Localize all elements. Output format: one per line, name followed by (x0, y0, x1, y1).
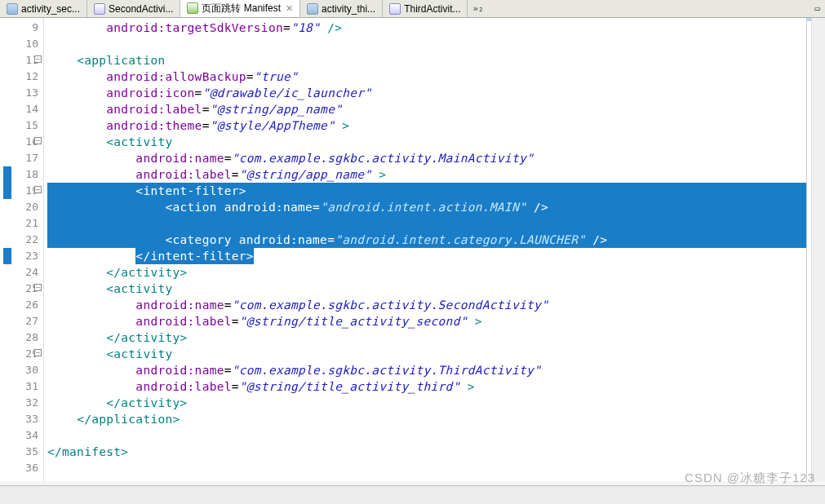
tab-label: 页面跳转 Manifest (202, 2, 281, 15)
line-number: 15 (0, 117, 38, 134)
token-eq: = (232, 168, 239, 181)
code-line[interactable]: </activity> (47, 329, 806, 346)
code-line[interactable]: android:label="@string/app_name" > (47, 166, 806, 183)
token-tag: </activity> (106, 396, 187, 409)
close-icon[interactable]: ✕ (286, 3, 293, 14)
code-line[interactable]: </application> (47, 411, 806, 427)
code-line[interactable]: android:name="com.example.sgkbc.activity… (47, 150, 806, 166)
token-str: "@style/AppTheme" (210, 119, 335, 132)
token-attr: android:name (224, 201, 313, 214)
vertical-scrollbar[interactable] (811, 18, 825, 481)
code-line[interactable]: android:name="com.example.sgkbc.activity… (47, 362, 806, 378)
token-str: "@string/title_activity_third" (239, 380, 460, 393)
code-line[interactable]: android:icon="@drawable/ic_launcher" (47, 85, 806, 101)
line-number: 36 (0, 460, 38, 476)
bottom-tabs[interactable] (0, 485, 825, 504)
fold-toggle-icon[interactable]: − (34, 186, 42, 193)
editor-tab[interactable]: ThirdActivit... (383, 0, 468, 17)
code-line[interactable]: <category android:name="android.intent.c… (47, 232, 806, 248)
code-editor[interactable]: 91011−1213141516−171819−202122232425−262… (0, 18, 825, 481)
code-line[interactable]: android:name="com.example.sgkbc.activity… (47, 297, 806, 313)
code-line[interactable]: <activity (47, 281, 806, 297)
token-eq: = (327, 233, 335, 246)
line-number: 30 (0, 362, 38, 378)
line-number: 34 (0, 427, 38, 444)
code-line[interactable] (47, 36, 806, 52)
code-area[interactable]: android:targetSdkVersion="18" /> <applic… (44, 18, 806, 481)
token-str: "com.example.sgkbc.activity.SecondActivi… (232, 298, 548, 312)
token-tag: <category (165, 233, 238, 246)
code-line[interactable]: android:targetSdkVersion="18" /> (47, 20, 806, 36)
token-str: "18" (291, 21, 320, 34)
file-icon (389, 3, 401, 15)
tab-label: activity_sec... (21, 3, 80, 15)
token-tag: </activity> (106, 331, 187, 344)
maximize-icon[interactable]: ▭ (809, 0, 825, 17)
token-attr: android:icon (106, 86, 194, 99)
token-attr: android:targetSdkVersion (106, 21, 283, 34)
line-number: 21 (0, 215, 38, 232)
editor-tab[interactable]: activity_sec... (0, 0, 87, 17)
token-tag: > (335, 119, 349, 132)
line-number: 13 (0, 85, 38, 101)
token-eq: = (224, 298, 232, 312)
token-tag: </application> (77, 413, 180, 426)
token-attr: android:name (135, 298, 224, 312)
code-line[interactable]: <activity (47, 346, 806, 362)
code-line[interactable]: android:theme="@style/AppTheme" > (47, 117, 806, 134)
change-marker (3, 248, 11, 264)
fold-toggle-icon[interactable]: − (34, 137, 42, 144)
editor-tab[interactable]: activity_thi... (300, 0, 383, 17)
line-number: 29− (0, 346, 38, 362)
fold-toggle-icon[interactable]: − (34, 284, 42, 291)
code-line[interactable] (47, 427, 806, 444)
token-tag: > (468, 315, 482, 328)
file-icon (7, 3, 18, 15)
token-tag: <activity (106, 347, 172, 360)
line-number: 35 (0, 444, 38, 460)
token-eq: = (195, 86, 202, 99)
token-eq: = (246, 70, 254, 83)
line-number: 27 (0, 313, 38, 329)
line-number: 25− (0, 281, 38, 297)
editor-tab[interactable]: 页面跳转 Manifest✕ (180, 0, 300, 17)
code-line[interactable]: </intent-filter> (47, 248, 806, 264)
code-line[interactable]: android:label="@string/app_name" (47, 101, 806, 117)
tab-label: activity_thi... (322, 3, 375, 15)
token-tag: > (460, 380, 475, 393)
code-line[interactable] (47, 215, 806, 232)
tabs-overflow-icon[interactable]: »₂ (468, 0, 488, 17)
code-line[interactable]: </manifest> (47, 444, 806, 460)
token-tag: > (371, 168, 386, 181)
token-str: "android.intent.category.LAUNCHER" (335, 233, 585, 246)
line-number: 22 (0, 232, 38, 248)
editor-tab[interactable]: SecondActivi... (87, 0, 180, 17)
token-str: "com.example.sgkbc.activity.MainActivity… (232, 152, 534, 165)
code-line[interactable]: android:allowBackup="true" (47, 69, 806, 85)
code-line[interactable]: <activity (47, 134, 806, 150)
change-marker (3, 183, 11, 199)
token-attr: android:name (239, 233, 327, 246)
fold-toggle-icon[interactable]: − (34, 55, 42, 63)
line-number: 10 (0, 36, 38, 52)
tab-label: SecondActivi... (109, 3, 173, 15)
token-eq: = (224, 152, 232, 165)
line-number: 14 (0, 101, 38, 117)
token-eq: = (202, 103, 210, 116)
fold-toggle-icon[interactable]: − (34, 349, 42, 356)
line-number: 9 (0, 20, 38, 36)
code-line[interactable] (47, 460, 806, 476)
code-line[interactable]: </activity> (47, 395, 806, 411)
token-attr: android:theme (106, 119, 202, 132)
code-line[interactable]: <action android:name="android.intent.act… (47, 199, 806, 215)
code-line[interactable]: </activity> (47, 264, 806, 281)
file-icon (307, 3, 318, 15)
code-line[interactable]: <application (47, 52, 806, 69)
line-number: 11− (0, 52, 38, 69)
token-str: "@string/title_activity_second" (239, 315, 468, 328)
code-line[interactable]: android:label="@string/title_activity_th… (47, 378, 806, 395)
token-attr: android:allowBackup (106, 70, 246, 83)
code-line[interactable]: android:label="@string/title_activity_se… (47, 313, 806, 329)
line-number: 16− (0, 134, 38, 150)
code-line[interactable]: <intent-filter> (47, 183, 806, 199)
